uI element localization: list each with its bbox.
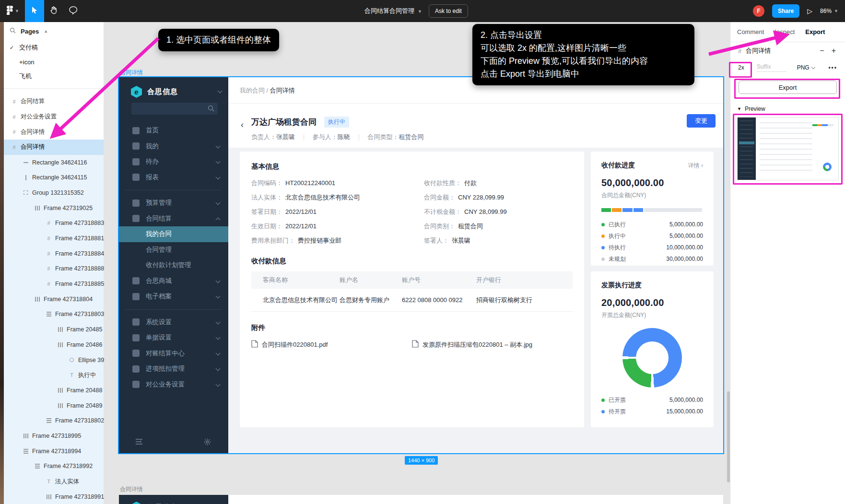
layer-row[interactable]: Rectangle 34624115 — [4, 170, 104, 185]
layer-row[interactable]: Frame 20489 — [4, 398, 104, 413]
add-export-icon[interactable]: + — [830, 47, 837, 55]
sidebar-subitem-我的合同[interactable]: 我的合同 — [119, 226, 228, 242]
zoom-control[interactable]: 86%▼ — [820, 8, 838, 14]
sidebar-item-预算管理[interactable]: 预算管理 — [119, 195, 228, 211]
layer-row[interactable]: Frame 20488 — [4, 383, 104, 398]
layer-name: 合同详情 — [21, 128, 45, 136]
layer-row[interactable]: Frame 427318802 — [4, 413, 104, 428]
cols-layer-icon — [57, 327, 63, 332]
export-scale-select[interactable]: 2x — [738, 64, 744, 71]
layer-row[interactable]: Frame 427318803 — [4, 307, 104, 322]
canvas[interactable]: 合同详情 e 合思信息 首页我的待办报表预算管理合同结算我的合同合同管理收付款计… — [4, 22, 730, 504]
comment-tool-button[interactable] — [63, 0, 82, 22]
layer-row[interactable]: #对公业务设置 — [4, 109, 104, 125]
layer-row[interactable]: Frame 427318994 — [4, 444, 104, 459]
layer-row[interactable]: Frame 427318995 — [4, 428, 104, 444]
page-item[interactable]: 飞机 — [4, 69, 104, 83]
text-layer-icon: T — [46, 479, 52, 484]
column-header: 开户银行 — [476, 276, 573, 284]
sidebar-item-首页[interactable]: 首页 — [119, 123, 228, 139]
layer-row[interactable]: Frame 427318991 — [4, 489, 104, 504]
tab-inspect[interactable]: Inspect — [775, 28, 795, 35]
artboard-contract-detail[interactable]: e 合思信息 首页我的待办报表预算管理合同结算我的合同合同管理收付款计划管理合思… — [119, 77, 723, 453]
search-icon[interactable] — [10, 27, 16, 35]
pages-header[interactable]: Pages — [21, 28, 39, 35]
info-value: 租赁合同 — [458, 223, 483, 230]
sidebar-item-电子档案[interactable]: 电子档案 — [119, 289, 228, 305]
share-button[interactable]: Share — [772, 4, 799, 18]
back-chevron-icon[interactable]: ‹ — [241, 120, 244, 130]
sidebar-item-对公业务设置[interactable]: 对公业务设置 — [119, 377, 228, 393]
layer-row[interactable]: Frame 427319025 — [4, 200, 104, 216]
layer-row[interactable]: #Frame 427318883 — [4, 216, 104, 231]
sidebar-item-我的[interactable]: 我的 — [119, 139, 228, 154]
page-item[interactable]: ✓交付稿 — [4, 40, 104, 55]
report-icon — [132, 174, 140, 181]
layer-row[interactable]: Group 1321315352 — [4, 185, 104, 200]
attachment-item[interactable]: 合同扫描件0220801.pdf — [251, 340, 412, 349]
gear-icon[interactable] — [204, 438, 211, 447]
tab-export[interactable]: Export — [805, 28, 825, 35]
sidebar-item-系统设置[interactable]: 系统设置 — [119, 315, 228, 330]
layer-row[interactable]: Rectangle 34624116 — [4, 155, 104, 170]
artboard-label[interactable]: 合同详情 — [120, 69, 143, 77]
tab-comment[interactable]: Comment — [737, 28, 764, 35]
ask-to-edit-button[interactable]: Ask to edit — [429, 4, 468, 18]
layer-row[interactable]: Frame 427318992 — [4, 459, 104, 474]
sidebar-subitem-合同管理[interactable]: 合同管理 — [119, 242, 228, 258]
collapse-sidebar-icon[interactable] — [135, 438, 143, 447]
sidebar-item-对账结算中心[interactable]: 对账结算中心 — [119, 346, 228, 362]
layer-row[interactable]: Frame 20485 — [4, 322, 104, 337]
invoice-total-amount: 20,000,000.00 — [601, 297, 703, 308]
preview-section-header[interactable]: ▼Preview — [737, 105, 845, 112]
sidebar-item-报表[interactable]: 报表 — [119, 170, 228, 186]
sidebar-item-合思商城[interactable]: 合思商城 — [119, 273, 228, 289]
frame-layer-icon: # — [46, 235, 52, 241]
suffix-input[interactable]: Suffix — [757, 63, 786, 72]
layer-name: Ellipse 39 — [78, 357, 104, 363]
layer-row[interactable]: #合同详情 — [4, 140, 104, 155]
layer-row[interactable]: #Frame 427318881 — [4, 231, 104, 246]
hand-tool-button[interactable] — [44, 0, 63, 22]
sidebar-item-待办[interactable]: 待办 — [119, 154, 228, 170]
attachment-item[interactable]: 发票原件扫描压缩包0220801 – 副本.jpg — [412, 340, 573, 349]
layer-row[interactable]: Frame 427318804 — [4, 292, 104, 307]
sidebar-subitem-收付款计划管理[interactable]: 收付款计划管理 — [119, 258, 228, 273]
page-item[interactable]: +icon — [4, 55, 104, 69]
present-icon[interactable]: ▷ — [807, 7, 812, 15]
layer-name: 执行中 — [78, 371, 96, 379]
payment-table-row[interactable]: 北京合思信息技术有限公司合思财务专用账户6222 0808 0000 0922招… — [251, 289, 573, 312]
layer-row[interactable]: Frame 20486 — [4, 337, 104, 352]
layer-row[interactable]: #Frame 427318888 — [4, 261, 104, 277]
main-menu-button[interactable]: ▼ — [0, 0, 25, 22]
pages-collapse-icon[interactable]: ▲ — [44, 29, 48, 34]
file-title[interactable]: 合同结算合同管理▼ — [364, 7, 422, 15]
format-select[interactable]: PNG — [797, 64, 815, 71]
change-button[interactable]: 变更 — [687, 114, 716, 128]
sidebar-item-单据设置[interactable]: 单据设置 — [119, 330, 228, 346]
move-tool-button[interactable] — [25, 0, 44, 22]
chevron-up-icon — [216, 217, 221, 222]
app-search-input[interactable] — [131, 103, 218, 115]
layer-row[interactable]: #合同详情 — [4, 124, 104, 140]
app-logo-2[interactable]: e 合思信息 — [130, 502, 222, 504]
breadcrumb[interactable]: 我的合同 / 合同详情 — [240, 86, 295, 95]
artboard2-label[interactable]: 合同详情 — [120, 485, 143, 493]
sidebar-item-合同结算[interactable]: 合同结算 — [119, 211, 228, 227]
layer-row[interactable]: #合同结算 — [4, 94, 104, 109]
layer-row[interactable]: #Frame 427318884 — [4, 246, 104, 261]
user-avatar[interactable]: F — [753, 5, 764, 17]
layer-row[interactable]: T执行中 — [4, 367, 104, 383]
layer-row[interactable]: #Frame 427318885 — [4, 276, 104, 292]
export-options-icon[interactable]: ••• — [828, 64, 837, 71]
layer-row[interactable]: Ellipse 39 — [4, 352, 104, 368]
app-logo[interactable]: e 合思信息 — [130, 86, 222, 98]
sidebar-item-进项抵扣管理[interactable]: 进项抵扣管理 — [119, 361, 228, 377]
preview-sidebar — [738, 117, 756, 180]
layer-row[interactable]: T法人实体 — [4, 474, 104, 489]
legend-dot — [601, 410, 605, 413]
remove-export-icon[interactable]: − — [818, 47, 825, 55]
details-link[interactable]: 详情 › — [688, 162, 703, 170]
artboard-contract-detail-2[interactable]: e 合思信息 我的合同 / 合同详情 ⋮ — [119, 495, 723, 504]
export-button[interactable]: Export — [739, 81, 837, 94]
